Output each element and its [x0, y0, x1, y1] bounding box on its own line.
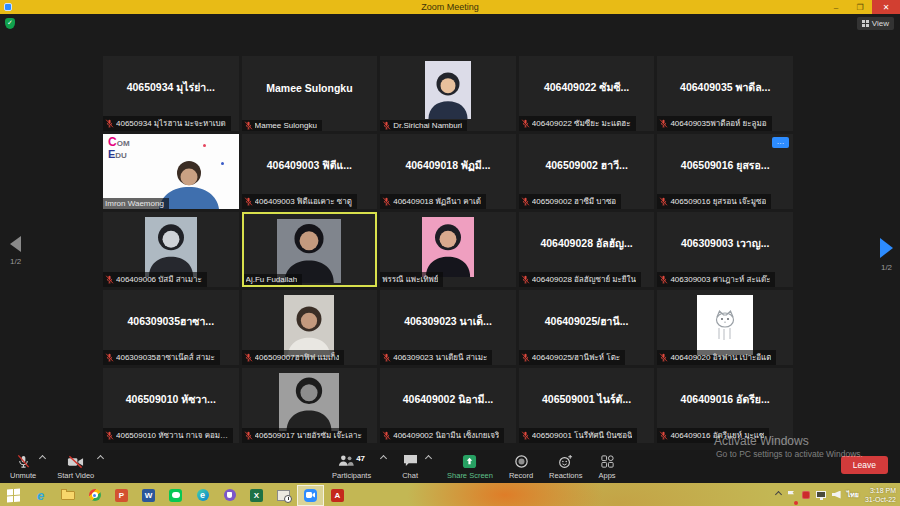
muted-mic-icon — [659, 275, 668, 284]
participant-tile[interactable]: 406409028 อัลฮัญ...406409028 อัลฮัญชาย์ … — [519, 212, 655, 287]
muted-mic-icon — [659, 119, 668, 128]
participant-name-label: 406509001 โนรีทัศนี บินซอฉิ — [519, 428, 638, 443]
previous-page-control[interactable]: 1/2 — [10, 236, 21, 266]
com-edu-logo: COMEDU — [108, 137, 130, 161]
participant-tile[interactable]: Dr.Sirichai Namburi — [380, 56, 516, 131]
audio-options-caret[interactable] — [39, 455, 46, 462]
participant-tile[interactable]: 406509002 ฮาวี...406509002 ฮาซีมี บาซอ — [519, 134, 655, 209]
participant-tile[interactable]: 406409025/ฮานี...406409025/ฮานีฟะห์ โตะ — [519, 290, 655, 365]
record-icon — [514, 454, 529, 469]
reactions-button[interactable]: Reactions — [549, 450, 582, 483]
participant-display-name: 406309035ฮาซา... — [103, 290, 239, 353]
windows-taskbar: ePWeXA ไทย 3:18 PM 31-Oct-22 — [0, 483, 900, 506]
microphone-muted-icon — [16, 454, 31, 469]
taskbar-line-icon[interactable] — [162, 485, 189, 506]
taskbar-chrome-icon[interactable] — [81, 485, 108, 506]
participant-tile[interactable]: พรรณี แพะเทิพย์ — [380, 212, 516, 287]
participant-tile[interactable]: 406409002 นิอามี...406409002 นิอามีน เซ็… — [380, 368, 516, 443]
view-button[interactable]: View — [857, 17, 894, 30]
activate-windows-watermark-subtext: Go to PC settings to activate Windows. — [716, 449, 863, 459]
chat-button[interactable]: Chat — [402, 450, 418, 483]
previous-page-arrow-icon[interactable] — [10, 236, 21, 252]
participant-tile[interactable]: Mamee SulongkuMamee Sulongku — [242, 56, 378, 131]
participant-tile[interactable]: 406509007ฮาฟิฟ แมเก็ง — [242, 290, 378, 365]
participant-name-text: 406309003 ศาเฎาะห์ สะแด๊ะ — [670, 273, 770, 286]
taskbar-acrobat-icon[interactable]: A — [324, 485, 351, 506]
meeting-security-shield-icon[interactable]: ✓ — [5, 18, 15, 29]
taskbar-browser-purple-icon[interactable] — [216, 485, 243, 506]
participant-tile[interactable]: 406409003 ฟิตีแ...406409003 ฟิตีแอเคาะ ซ… — [242, 134, 378, 209]
volume-icon[interactable] — [832, 491, 841, 499]
participant-tile[interactable]: 406409022 ซัมซี...406409022 ซัมซียะ มะแต… — [519, 56, 655, 131]
participant-tile[interactable]: 406309035ฮาซา...406309035ฮาซาเน๊ตส์ สามะ — [103, 290, 239, 365]
share-screen-button[interactable]: Share Screen — [447, 450, 493, 483]
chat-options-caret[interactable] — [425, 455, 432, 462]
taskbar-file-explorer-icon[interactable] — [54, 485, 81, 506]
participant-tile[interactable]: 406509017 นายอัรซัม เจ๊ะเลาะ — [242, 368, 378, 443]
next-page-control[interactable]: 1/2 — [880, 238, 893, 272]
participant-tile[interactable]: 406509010 หัซวา...406509010 หัซวาน กาเจ … — [103, 368, 239, 443]
participant-tile[interactable]: 406409035 พาดีล...406409035พาตีลอห์ ยะลู… — [657, 56, 793, 131]
video-options-caret[interactable] — [97, 455, 104, 462]
participant-name-text: 406509016 ยุสรอน เจ๊ะมูซอ — [670, 195, 766, 208]
taskbar-clock[interactable]: 3:18 PM 31-Oct-22 — [865, 486, 896, 504]
network-icon[interactable] — [816, 491, 826, 498]
muted-mic-icon — [521, 431, 530, 440]
participant-tile[interactable]: 406309023 นาเด็...406309023 นาเดียนี สาเ… — [380, 290, 516, 365]
taskbar-zoom-icon[interactable] — [297, 485, 324, 506]
taskbar-powerpoint-icon[interactable]: P — [108, 485, 135, 506]
participant-tile[interactable]: 406409006 บัสมี สาเมาะ — [103, 212, 239, 287]
participants-options-caret[interactable] — [380, 455, 387, 462]
participant-tile[interactable]: 406509016 ยุสรอ...406509016 ยุสรอน เจ๊ะม… — [657, 134, 793, 209]
participant-tile[interactable]: 406309003 เวาญ...406309003 ศาเฎาะห์ สะแด… — [657, 212, 793, 287]
taskbar-edge-icon[interactable]: e — [189, 485, 216, 506]
participant-name-text: 406409006 บัสมี สาเมาะ — [116, 273, 202, 286]
participants-label: Participants — [332, 471, 371, 480]
tray-red-app-icon[interactable] — [802, 491, 810, 499]
system-tray: ไทย 3:18 PM 31-Oct-22 — [776, 486, 900, 504]
apps-icon — [600, 454, 615, 469]
apps-button[interactable]: Apps — [598, 450, 615, 483]
participant-tile[interactable]: Aj.Fu Fudailah — [242, 212, 378, 287]
taskbar-internet-explorer-icon[interactable]: e — [27, 485, 54, 506]
unmute-button[interactable]: Unmute — [10, 450, 36, 483]
participant-name-label: 406409020 อิรฟาน เปาะอีแต — [657, 350, 776, 365]
participant-gallery: 40650934 มุไร่ย่า...40650934 มุไรฮาน มะจ… — [103, 56, 793, 443]
taskbar-word-icon[interactable]: W — [135, 485, 162, 506]
participant-display-name: 406509010 หัซวา... — [103, 368, 239, 431]
taskbar-scheduler-icon[interactable] — [270, 485, 297, 506]
page-indicator: 1/2 — [10, 257, 21, 266]
participant-tile[interactable]: 406509001 ไนร์ตั...406509001 โนรีทัศนี บ… — [519, 368, 655, 443]
participant-name-label: 406509017 นายอัรซัม เจ๊ะเลาะ — [242, 428, 367, 443]
muted-mic-icon — [244, 121, 253, 130]
language-indicator[interactable]: ไทย — [847, 489, 859, 500]
more-options-button[interactable]: … — [772, 137, 789, 148]
participant-tile[interactable]: 406409020 อิรฟาน เปาะอีแต — [657, 290, 793, 365]
participant-tile[interactable]: 406409016 อัดรีย...406409016 อัดรีแยห์ ม… — [657, 368, 793, 443]
participant-photo — [284, 295, 334, 357]
record-button[interactable]: Record — [509, 450, 533, 483]
participant-tile[interactable]: 40650934 มุไร่ย่า...40650934 มุไรฮาน มะจ… — [103, 56, 239, 131]
share-screen-icon — [462, 454, 477, 469]
taskbar-excel-icon[interactable]: X — [243, 485, 270, 506]
muted-mic-icon — [244, 197, 253, 206]
taskbar-start-icon[interactable] — [0, 485, 27, 506]
participant-display-name: 406509001 ไนร์ตั... — [519, 368, 655, 431]
participant-photo — [425, 61, 471, 119]
window-title: Zoom Meeting — [0, 2, 900, 12]
action-center-flag-icon[interactable] — [787, 486, 796, 504]
participants-button[interactable]: 47 Participants — [332, 450, 371, 483]
page-indicator: 1/2 — [880, 263, 893, 272]
participant-name-label: 406309023 นาเดียนี สาเมะ — [380, 350, 492, 365]
participant-name-text: 406409018 พัฏลีนา คาเด้ — [393, 195, 481, 208]
participant-name-label: Mamee Sulongku — [242, 120, 322, 131]
participant-name-text: พรรณี แพะเทิพย์ — [382, 273, 438, 286]
participant-tile[interactable]: 406409018 พัฏมี...406409018 พัฏลีนา คาเด… — [380, 134, 516, 209]
start-video-button[interactable]: Start Video — [57, 450, 94, 483]
tray-expand-caret[interactable] — [775, 491, 782, 498]
muted-mic-icon — [382, 431, 391, 440]
next-page-arrow-icon[interactable] — [880, 238, 893, 258]
participant-photo — [279, 373, 339, 431]
participant-name-label: 40650934 มุไรฮาน มะจะหาเบด — [103, 116, 231, 131]
participant-tile[interactable]: COMEDUImron Waemong — [103, 134, 239, 209]
